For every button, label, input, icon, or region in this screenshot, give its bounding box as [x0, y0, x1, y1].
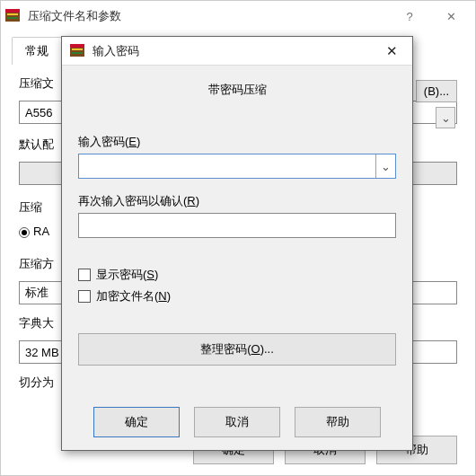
- modal-app-icon: [69, 43, 85, 59]
- svg-rect-5: [70, 44, 84, 48]
- close-button[interactable]: ✕: [430, 3, 472, 30]
- svg-rect-0: [5, 12, 20, 22]
- modal-help-button[interactable]: 帮助: [295, 407, 381, 437]
- password-input-combo[interactable]: ⌄: [78, 154, 396, 179]
- organize-passwords-button[interactable]: 整理密码(O)...: [78, 333, 396, 366]
- svg-rect-6: [72, 48, 83, 50]
- confirm-password-label: 再次输入密码以确认(R): [78, 193, 396, 209]
- main-titlebar: 压缩文件名和参数 ? ✕: [1, 1, 475, 31]
- password-dialog: 输入密码 ✕ 带密码压缩 输入密码(E) ⌄ 再次输入密码以确认(R) 显示密码…: [61, 36, 413, 451]
- main-title: 压缩文件名和参数: [28, 8, 389, 24]
- chevron-down-icon[interactable]: ⌄: [375, 154, 395, 178]
- radio-rar[interactable]: [19, 227, 30, 238]
- encrypt-filenames-label: 加密文件名(N): [96, 288, 171, 304]
- enter-password-label: 输入密码(E): [78, 134, 396, 150]
- encrypt-filenames-checkbox[interactable]: [78, 290, 91, 303]
- svg-rect-4: [70, 47, 84, 57]
- modal-title: 输入密码: [93, 43, 378, 59]
- browse-button[interactable]: (B)...: [416, 80, 457, 102]
- svg-rect-1: [5, 9, 20, 13]
- show-password-label: 显示密码(S): [96, 267, 158, 283]
- modal-footer: 确定 取消 帮助: [62, 407, 412, 437]
- radio-rar-label: RA: [33, 225, 49, 238]
- password-input[interactable]: [79, 154, 375, 178]
- app-icon: [4, 8, 21, 24]
- modal-ok-button[interactable]: 确定: [93, 407, 180, 437]
- show-password-checkbox[interactable]: [78, 269, 91, 281]
- tab-general[interactable]: 常规: [12, 37, 62, 65]
- modal-heading: 带密码压缩: [78, 82, 396, 98]
- encrypt-filenames-row[interactable]: 加密文件名(N): [78, 288, 396, 304]
- svg-rect-3: [7, 17, 18, 19]
- modal-titlebar: 输入密码 ✕: [62, 37, 412, 66]
- archive-name-dropdown-icon[interactable]: ⌄: [436, 107, 455, 128]
- confirm-password-input[interactable]: [78, 213, 396, 238]
- help-button[interactable]: ?: [389, 3, 430, 30]
- show-password-row[interactable]: 显示密码(S): [78, 267, 396, 283]
- svg-rect-7: [72, 52, 83, 54]
- modal-cancel-button[interactable]: 取消: [194, 407, 280, 437]
- svg-rect-2: [7, 13, 18, 15]
- modal-close-icon[interactable]: ✕: [378, 43, 405, 59]
